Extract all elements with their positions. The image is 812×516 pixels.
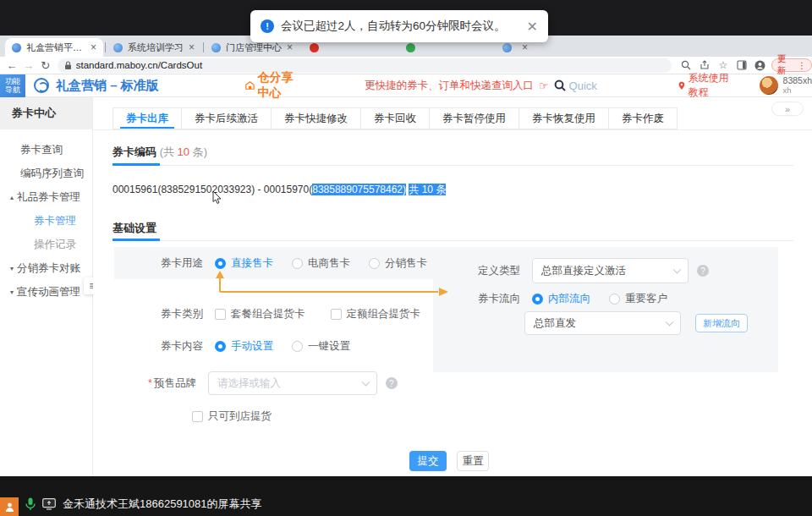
tab-card-void[interactable]: 券卡作废: [609, 107, 678, 129]
sidebar-title: 券卡中心: [0, 97, 92, 129]
reload-icon[interactable]: ↻: [37, 59, 54, 72]
radio-important-customer[interactable]: 重要客户: [609, 292, 667, 306]
share-icon[interactable]: [695, 60, 714, 70]
tab-separator: [105, 42, 106, 52]
avatar: [760, 76, 778, 95]
select-placeholder: 请选择或输入: [217, 376, 281, 391]
sidebar-item-operation-log[interactable]: 操作记录: [0, 233, 92, 256]
panel-collapse-button[interactable]: »: [771, 102, 804, 116]
sidebar-group-gift-card-mgmt[interactable]: ▴ 礼品券卡管理: [0, 185, 92, 209]
user-menu[interactable]: 8385xh xh: [760, 76, 812, 95]
radio-ecommerce-sale[interactable]: 电商售卡: [292, 256, 350, 271]
brand-logo-icon: [34, 78, 49, 93]
quick-label: Quick: [569, 80, 597, 92]
radio-manual-setup[interactable]: 手动设置: [215, 339, 273, 354]
warehouse-share-center-link[interactable]: 仓分享中心: [245, 70, 304, 101]
update-button[interactable]: 更新 ⋮: [771, 58, 812, 72]
tab-card-recycle[interactable]: 券卡回收: [361, 107, 430, 129]
flow-select[interactable]: 总部直发: [524, 311, 681, 335]
checkbox-fixed-combo-pickup-card[interactable]: 定额组合提货卡: [331, 307, 421, 321]
url-bar[interactable]: standard.maboy.cn/CardsOut: [58, 58, 672, 73]
checkbox-store-pickup-only[interactable]: 只可到店提货: [192, 409, 272, 424]
participant-icon[interactable]: [0, 497, 19, 516]
category-label: 券卡类别: [161, 307, 203, 321]
radio-icon: [609, 294, 620, 305]
content-row: 券卡内容 手动设置 一键设置: [161, 339, 369, 354]
sidebar-group-distribution-reconcile[interactable]: ▾ 分销券卡对账: [0, 256, 92, 280]
main-content: 券卡出库 券卡后续激活 券卡快捷修改 券卡回收 券卡暂停使用 券卡恢复使用 券卡…: [93, 97, 812, 476]
codes-title-text: 券卡编码: [112, 145, 156, 158]
active-underline: [112, 239, 160, 241]
submit-button[interactable]: 提交: [409, 451, 447, 471]
brand-title: 礼盒营销 – 标准版: [56, 78, 159, 94]
sidebar-item-card-query[interactable]: 券卡查询: [0, 138, 92, 162]
chevron-down-icon: ▾: [10, 288, 14, 296]
radio-icon: [292, 341, 303, 352]
option-label: 定额组合提货卡: [347, 307, 421, 321]
sidebar: 券卡中心 券卡查询 编码序列查询 ▴ 礼品券卡管理 券卡管理 操作记录 ▾ 分销…: [0, 97, 93, 476]
sidebar-item-code-sequence-query[interactable]: 编码序列查询: [0, 162, 92, 185]
content-label: 券卡内容: [161, 339, 203, 354]
radio-direct-sale[interactable]: 直接售卡: [215, 256, 273, 271]
tab-close-icon[interactable]: ×: [91, 41, 96, 53]
radio-distribution-sale[interactable]: 分销售卡: [369, 256, 427, 271]
chevron-down-icon: [673, 266, 682, 274]
option-label: 直接售卡: [231, 256, 273, 271]
tab-card-quick-modify[interactable]: 券卡快捷修改: [272, 107, 361, 129]
option-label: 重要客户: [625, 292, 667, 306]
usage-label: 券卡用途: [161, 256, 203, 271]
define-type-select[interactable]: 总部直接定义激活: [532, 258, 689, 283]
checkbox-combo-pickup-card[interactable]: 套餐组合提货卡: [215, 307, 305, 321]
radio-icon: [215, 258, 226, 269]
browser-tab-active[interactable]: 礼盒营销平台管理中心 ×: [5, 38, 103, 57]
tab-close-icon[interactable]: ×: [522, 41, 528, 53]
flow-label: 券卡流向: [478, 292, 520, 306]
promo-text: 更快捷的券卡、订单和快递查询入口: [365, 79, 534, 93]
settings-section-title: 基础设置: [112, 221, 156, 236]
help-icon[interactable]: ?: [697, 265, 709, 277]
microphone-icon: [25, 497, 36, 511]
add-flow-button[interactable]: 新增流向: [695, 314, 748, 332]
tab-close-icon[interactable]: ×: [189, 41, 195, 53]
sidebar-item-label: 券卡查询: [20, 143, 63, 157]
radio-icon: [292, 258, 303, 269]
presale-brand-row: * 预售品牌 请选择或输入 ?: [148, 371, 398, 395]
reset-button[interactable]: 重置: [457, 451, 489, 471]
forward-icon[interactable]: →: [20, 59, 37, 72]
tab-card-outbound[interactable]: 券卡出库: [112, 107, 182, 129]
select-value: 总部直接定义激活: [541, 264, 626, 278]
warehouse-icon: [245, 80, 255, 91]
radio-icon: [532, 294, 543, 305]
quick-search-link[interactable]: Quick: [554, 80, 597, 92]
radio-internal-flow[interactable]: 内部流向: [532, 292, 590, 306]
flow-select-row: 总部直发 新增流向: [524, 311, 748, 335]
brand-select[interactable]: 请选择或输入: [208, 371, 377, 395]
checkbox-icon: [215, 309, 226, 320]
codes-section-title: 券卡编码 (共 10 条): [112, 145, 207, 160]
toast-close-icon[interactable]: ✕: [527, 19, 538, 35]
sidebar-item-card-management[interactable]: 券卡管理: [0, 209, 92, 233]
location-pin-icon: [678, 80, 685, 91]
tab-card-followup-activate[interactable]: 券卡后续激活: [182, 107, 272, 129]
zoom-icon[interactable]: [677, 60, 695, 70]
back-icon[interactable]: ←: [3, 59, 20, 72]
system-tutorial-link[interactable]: 系统使用教程: [678, 71, 736, 100]
tab-close-icon[interactable]: ×: [287, 41, 293, 53]
function-nav-toggle[interactable]: 功能 导航: [0, 74, 25, 97]
tab-card-suspend[interactable]: 券卡暂停使用: [430, 107, 519, 129]
app-header: 功能 导航 礼盒营销 – 标准版 仓分享中心 更快捷的券卡、订单和快递查询入口 …: [0, 74, 812, 97]
sidebar-group-promo-animation[interactable]: ▾ 宣传动画管理: [0, 280, 92, 304]
side-panel-icon[interactable]: [732, 60, 751, 70]
option-label: 分销售卡: [385, 256, 427, 271]
help-icon[interactable]: ?: [386, 377, 398, 389]
profile-icon[interactable]: [751, 60, 770, 71]
codes-count: (共 10 条): [160, 145, 207, 158]
user-subname: xh: [783, 85, 812, 95]
define-type-label: 定义类型: [478, 264, 520, 278]
nav-box-line1: 功能: [5, 77, 20, 85]
radio-one-click-setup[interactable]: 一键设置: [292, 339, 350, 354]
tab-title: 系统培训学习: [128, 41, 184, 54]
bookmark-star-icon[interactable]: ☆: [714, 59, 732, 71]
tab-card-resume[interactable]: 券卡恢复使用: [519, 107, 609, 129]
browser-tab[interactable]: 系统培训学习 ×: [107, 38, 201, 57]
